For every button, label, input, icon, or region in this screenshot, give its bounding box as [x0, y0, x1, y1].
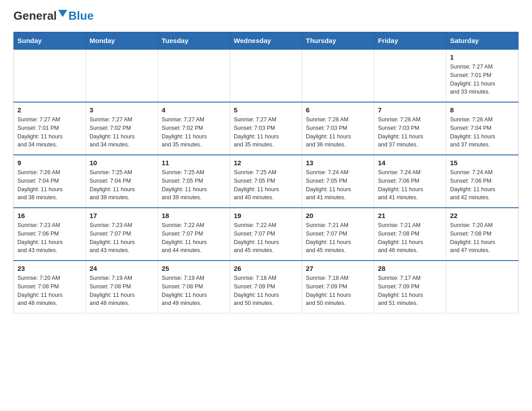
day-number: 8: [450, 106, 515, 114]
page-header: General Blue: [13, 9, 519, 23]
calendar-cell: 6Sunrise: 7:26 AMSunset: 7:03 PMDaylight…: [302, 102, 374, 155]
day-info: Sunrise: 7:22 AMSunset: 7:07 PMDaylight:…: [234, 221, 298, 255]
calendar-week-4: 16Sunrise: 7:23 AMSunset: 7:06 PMDayligh…: [14, 208, 519, 261]
calendar-header-row: SundayMondayTuesdayWednesdayThursdayFrid…: [14, 32, 519, 50]
day-info: Sunrise: 7:18 AMSunset: 7:09 PMDaylight:…: [234, 274, 298, 308]
day-info: Sunrise: 7:27 AMSunset: 7:02 PMDaylight:…: [162, 116, 226, 149]
day-header-wednesday: Wednesday: [230, 32, 302, 50]
calendar-cell: 5Sunrise: 7:27 AMSunset: 7:03 PMDaylight…: [230, 102, 302, 155]
day-number: 11: [162, 159, 226, 167]
calendar-week-2: 2Sunrise: 7:27 AMSunset: 7:01 PMDaylight…: [14, 102, 519, 155]
day-number: 10: [90, 159, 154, 167]
day-number: 27: [306, 265, 370, 272]
calendar-cell: 22Sunrise: 7:20 AMSunset: 7:08 PMDayligh…: [446, 208, 519, 261]
day-number: 22: [450, 212, 515, 219]
calendar-cell: 28Sunrise: 7:17 AMSunset: 7:09 PMDayligh…: [374, 261, 446, 313]
day-header-saturday: Saturday: [446, 32, 519, 50]
calendar-cell: [230, 49, 302, 102]
day-info: Sunrise: 7:21 AMSunset: 7:08 PMDaylight:…: [378, 221, 442, 255]
calendar-cell: 2Sunrise: 7:27 AMSunset: 7:01 PMDaylight…: [14, 102, 86, 155]
day-header-tuesday: Tuesday: [158, 32, 230, 50]
day-number: 23: [17, 265, 82, 272]
day-header-monday: Monday: [86, 32, 158, 50]
day-info: Sunrise: 7:20 AMSunset: 7:08 PMDaylight:…: [450, 221, 515, 255]
day-info: Sunrise: 7:21 AMSunset: 7:07 PMDaylight:…: [306, 221, 370, 255]
day-info: Sunrise: 7:26 AMSunset: 7:03 PMDaylight:…: [306, 116, 370, 149]
day-info: Sunrise: 7:27 AMSunset: 7:01 PMDaylight:…: [17, 116, 82, 149]
calendar-week-3: 9Sunrise: 7:26 AMSunset: 7:04 PMDaylight…: [14, 155, 519, 208]
calendar-cell: 24Sunrise: 7:19 AMSunset: 7:08 PMDayligh…: [86, 261, 158, 313]
day-number: 4: [162, 106, 226, 114]
calendar-cell: [374, 49, 446, 102]
day-number: 6: [306, 106, 370, 114]
day-info: Sunrise: 7:19 AMSunset: 7:08 PMDaylight:…: [162, 274, 226, 308]
day-info: Sunrise: 7:25 AMSunset: 7:04 PMDaylight:…: [90, 168, 154, 202]
day-info: Sunrise: 7:24 AMSunset: 7:06 PMDaylight:…: [450, 168, 515, 202]
calendar-cell: 15Sunrise: 7:24 AMSunset: 7:06 PMDayligh…: [446, 155, 519, 208]
calendar-cell: 16Sunrise: 7:23 AMSunset: 7:06 PMDayligh…: [14, 208, 86, 261]
calendar-cell: 26Sunrise: 7:18 AMSunset: 7:09 PMDayligh…: [230, 261, 302, 313]
calendar-week-5: 23Sunrise: 7:20 AMSunset: 7:08 PMDayligh…: [14, 261, 519, 313]
day-info: Sunrise: 7:26 AMSunset: 7:03 PMDaylight:…: [378, 116, 442, 149]
day-number: 2: [17, 106, 82, 114]
day-number: 3: [90, 106, 154, 114]
calendar-cell: 10Sunrise: 7:25 AMSunset: 7:04 PMDayligh…: [86, 155, 158, 208]
calendar-cell: [86, 49, 158, 102]
svg-marker-0: [58, 10, 67, 17]
calendar-cell: 7Sunrise: 7:26 AMSunset: 7:03 PMDaylight…: [374, 102, 446, 155]
day-number: 25: [162, 265, 226, 272]
calendar-cell: 23Sunrise: 7:20 AMSunset: 7:08 PMDayligh…: [14, 261, 86, 313]
calendar-cell: 9Sunrise: 7:26 AMSunset: 7:04 PMDaylight…: [14, 155, 86, 208]
day-info: Sunrise: 7:26 AMSunset: 7:04 PMDaylight:…: [450, 116, 515, 149]
day-number: 5: [234, 106, 298, 114]
day-info: Sunrise: 7:27 AMSunset: 7:02 PMDaylight:…: [90, 116, 154, 149]
day-info: Sunrise: 7:19 AMSunset: 7:08 PMDaylight:…: [90, 274, 154, 308]
day-number: 7: [378, 106, 442, 114]
day-number: 20: [306, 212, 370, 219]
day-info: Sunrise: 7:25 AMSunset: 7:05 PMDaylight:…: [162, 168, 226, 202]
calendar-cell: 13Sunrise: 7:24 AMSunset: 7:05 PMDayligh…: [302, 155, 374, 208]
day-info: Sunrise: 7:22 AMSunset: 7:07 PMDaylight:…: [162, 221, 226, 255]
day-number: 28: [378, 265, 442, 272]
calendar-cell: 19Sunrise: 7:22 AMSunset: 7:07 PMDayligh…: [230, 208, 302, 261]
calendar-cell: 25Sunrise: 7:19 AMSunset: 7:08 PMDayligh…: [158, 261, 230, 313]
day-info: Sunrise: 7:24 AMSunset: 7:06 PMDaylight:…: [378, 168, 442, 202]
logo-arrow-icon: [58, 10, 67, 17]
day-info: Sunrise: 7:17 AMSunset: 7:09 PMDaylight:…: [378, 274, 442, 308]
calendar-cell: 3Sunrise: 7:27 AMSunset: 7:02 PMDaylight…: [86, 102, 158, 155]
day-info: Sunrise: 7:27 AMSunset: 7:03 PMDaylight:…: [234, 116, 298, 149]
calendar-cell: 21Sunrise: 7:21 AMSunset: 7:08 PMDayligh…: [374, 208, 446, 261]
calendar-cell: 14Sunrise: 7:24 AMSunset: 7:06 PMDayligh…: [374, 155, 446, 208]
calendar-cell: 27Sunrise: 7:18 AMSunset: 7:09 PMDayligh…: [302, 261, 374, 313]
day-number: 1: [450, 53, 515, 61]
day-info: Sunrise: 7:27 AMSunset: 7:01 PMDaylight:…: [450, 63, 515, 96]
day-info: Sunrise: 7:18 AMSunset: 7:09 PMDaylight:…: [306, 274, 370, 308]
day-number: 21: [378, 212, 442, 219]
day-number: 17: [90, 212, 154, 219]
day-number: 12: [234, 159, 298, 167]
day-info: Sunrise: 7:26 AMSunset: 7:04 PMDaylight:…: [17, 168, 82, 202]
calendar-cell: [446, 261, 519, 313]
calendar-cell: 20Sunrise: 7:21 AMSunset: 7:07 PMDayligh…: [302, 208, 374, 261]
calendar-week-1: 1Sunrise: 7:27 AMSunset: 7:01 PMDaylight…: [14, 49, 519, 102]
day-number: 16: [17, 212, 82, 219]
day-number: 24: [90, 265, 154, 272]
calendar-cell: 18Sunrise: 7:22 AMSunset: 7:07 PMDayligh…: [158, 208, 230, 261]
calendar-table: SundayMondayTuesdayWednesdayThursdayFrid…: [13, 32, 519, 313]
day-header-sunday: Sunday: [14, 32, 86, 50]
day-number: 26: [234, 265, 298, 272]
day-number: 19: [234, 212, 298, 219]
day-number: 9: [17, 159, 82, 167]
day-info: Sunrise: 7:20 AMSunset: 7:08 PMDaylight:…: [17, 274, 82, 308]
day-number: 13: [306, 159, 370, 167]
logo-general: General: [13, 9, 57, 23]
calendar-cell: 11Sunrise: 7:25 AMSunset: 7:05 PMDayligh…: [158, 155, 230, 208]
day-info: Sunrise: 7:23 AMSunset: 7:06 PMDaylight:…: [17, 221, 82, 255]
day-number: 18: [162, 212, 226, 219]
day-info: Sunrise: 7:23 AMSunset: 7:07 PMDaylight:…: [90, 221, 154, 255]
calendar-cell: 12Sunrise: 7:25 AMSunset: 7:05 PMDayligh…: [230, 155, 302, 208]
logo: General Blue: [13, 9, 94, 23]
calendar-cell: 4Sunrise: 7:27 AMSunset: 7:02 PMDaylight…: [158, 102, 230, 155]
day-info: Sunrise: 7:25 AMSunset: 7:05 PMDaylight:…: [234, 168, 298, 202]
calendar-cell: 17Sunrise: 7:23 AMSunset: 7:07 PMDayligh…: [86, 208, 158, 261]
